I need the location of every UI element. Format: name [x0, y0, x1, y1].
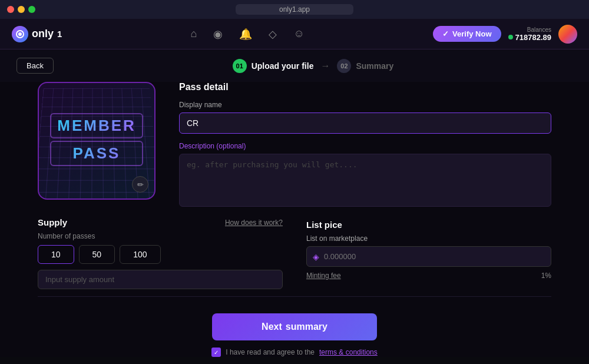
section-divider — [38, 296, 551, 297]
verify-btn-label: Verify Now — [452, 29, 491, 38]
price-currency-icon: ◈ — [313, 252, 319, 262]
pass-detail-form: Pass detail Display name Description (op… — [179, 82, 551, 217]
supply-header: Supply How does it work? — [38, 217, 283, 227]
page-header: Back 01 Upload your file → 02 Summary — [0, 49, 589, 82]
minimize-dot[interactable] — [18, 6, 25, 13]
display-name-label: Display name — [179, 101, 551, 109]
supply-section: Supply How does it work? Number of passe… — [38, 217, 283, 289]
maximize-dot[interactable] — [28, 6, 35, 13]
display-name-input[interactable] — [179, 112, 551, 134]
svg-point-1 — [18, 32, 22, 36]
back-button[interactable]: Back — [16, 58, 54, 74]
supply-option-100[interactable]: 100 — [120, 245, 160, 264]
next-section: Next summary ✓ I have read and agree to … — [0, 304, 589, 357]
verify-button[interactable]: ✓ Verify Now — [433, 26, 501, 42]
description-label: Description (optional) — [179, 142, 551, 150]
nav-icons: ⌂ ◉ 🔔 ◇ ☺ — [191, 28, 305, 41]
diamond-icon[interactable]: ◇ — [269, 28, 277, 41]
list-price-title: List pice — [306, 220, 551, 230]
verify-check-icon: ✓ — [442, 29, 449, 38]
supply-option-50[interactable]: 50 — [79, 245, 115, 264]
num-passes-label: Number of passes — [38, 232, 283, 240]
minting-fee-row: Minting fee 1% — [306, 272, 551, 280]
step-1-label: Upload your file — [252, 61, 314, 71]
edit-icon: ✏ — [137, 180, 144, 189]
broadcast-icon[interactable]: ◉ — [213, 28, 223, 41]
card-edit-button[interactable]: ✏ — [132, 176, 148, 193]
minting-fee-label[interactable]: Minting fee — [306, 272, 341, 280]
bottom-row: Supply How does it work? Number of passe… — [0, 217, 589, 289]
balance-label: Balances — [508, 27, 551, 33]
logo[interactable]: only1 — [12, 26, 62, 42]
logo-superscript: 1 — [57, 29, 62, 39]
list-price-section: List pice List on marketplace ◈ Minting … — [306, 217, 551, 289]
step-2-label: Summary — [356, 61, 393, 71]
step-arrow: → — [320, 61, 330, 71]
window-controls — [7, 6, 35, 13]
pass-detail-title: Pass detail — [179, 82, 551, 92]
pass-card: MEMBER PASS ✏ — [38, 82, 155, 200]
balance-display: Balances 718782.89 — [508, 27, 551, 42]
url-bar[interactable]: only1.app — [236, 4, 353, 15]
person-icon[interactable]: ☺ — [293, 28, 304, 40]
supply-title: Supply — [38, 217, 67, 227]
supply-option-10[interactable]: 10 — [38, 245, 74, 264]
logo-icon — [12, 26, 28, 42]
card-line-1: MEMBER — [50, 113, 143, 138]
top-form-row: MEMBER PASS ✏ Pass detail Display name D… — [0, 82, 589, 217]
terms-link[interactable]: terms & conditions — [319, 348, 378, 356]
terms-text: I have read and agree to the — [226, 348, 315, 356]
step-2-number: 02 — [337, 59, 351, 73]
list-marketplace-label: List on marketplace — [306, 234, 551, 243]
description-textarea[interactable] — [179, 154, 551, 207]
minting-fee-value: 1% — [541, 272, 551, 280]
logo-text: only — [32, 28, 54, 40]
balance-amount: 718782.89 — [508, 33, 551, 42]
card-preview-section: MEMBER PASS ✏ — [38, 82, 155, 217]
balance-value: 718782.89 — [515, 33, 551, 42]
next-summary-button[interactable]: Next summary — [212, 313, 377, 340]
supply-options: 10 50 100 — [38, 245, 283, 264]
step-1-number: 01 — [233, 59, 247, 73]
terms-checkbox[interactable]: ✓ — [211, 348, 221, 357]
bell-icon[interactable]: 🔔 — [239, 28, 252, 41]
price-input[interactable] — [324, 247, 545, 266]
step-2: 02 Summary — [337, 59, 393, 73]
next-btn-bold-label: Next — [262, 322, 282, 332]
terms-row: ✓ I have read and agree to the terms & c… — [211, 348, 378, 357]
nav-right: ✓ Verify Now Balances 718782.89 — [433, 25, 577, 44]
steps-indicator: 01 Upload your file → 02 Summary — [233, 59, 394, 73]
close-dot[interactable] — [7, 6, 14, 13]
next-btn-rest-label: summary — [286, 322, 327, 332]
card-line-2: PASS — [50, 141, 143, 166]
avatar[interactable] — [558, 25, 577, 44]
top-navigation: only1 ⌂ ◉ 🔔 ◇ ☺ ✓ Verify Now Balances 71… — [0, 19, 589, 49]
supply-amount-input[interactable] — [38, 270, 283, 289]
home-icon[interactable]: ⌂ — [191, 28, 197, 40]
balance-status-dot — [508, 35, 513, 39]
titlebar: only1.app — [0, 0, 589, 19]
price-input-wrapper: ◈ — [306, 246, 551, 267]
card-text: MEMBER PASS — [50, 113, 143, 168]
how-it-works-link[interactable]: How does it work? — [225, 219, 283, 227]
step-1: 01 Upload your file — [233, 59, 314, 73]
